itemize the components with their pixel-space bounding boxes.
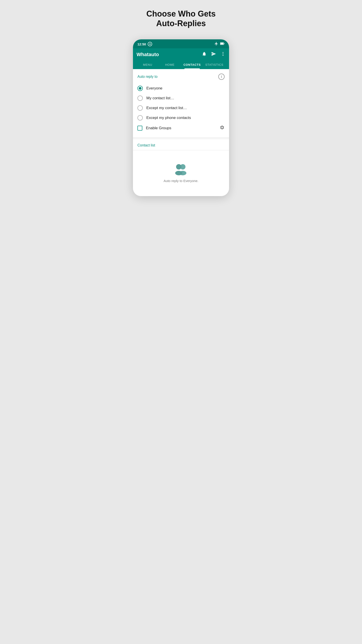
svg-point-5: [223, 55, 223, 56]
tab-statistics[interactable]: STATISTICS: [203, 61, 226, 69]
checkbox-left: Enable Groups: [137, 126, 171, 130]
status-right: [214, 42, 225, 46]
svg-point-4: [223, 54, 223, 54]
tab-menu[interactable]: MENU: [137, 61, 159, 69]
option-everyone-label: Everyone: [146, 86, 162, 90]
airplane-icon: [214, 42, 218, 46]
tab-contacts[interactable]: CONTACTS: [181, 61, 203, 69]
checkbox-enable-groups[interactable]: [137, 126, 142, 130]
card-header: Auto reply to i: [137, 74, 225, 80]
status-bar: 12:50 A: [133, 39, 229, 48]
app-title: Whatauto: [137, 52, 159, 58]
option-everyone[interactable]: Everyone: [137, 84, 225, 93]
send-icon[interactable]: [211, 52, 216, 58]
contact-list-title: Contact list: [137, 143, 225, 147]
radio-everyone[interactable]: [137, 86, 143, 91]
contact-list-card: Contact list Auto reply to Everyone.: [133, 139, 229, 196]
auto-reply-card: Auto reply to i Everyone My contact list…: [133, 69, 229, 137]
option-except-phone-contacts-label: Except my phone contacts: [146, 116, 191, 120]
tab-home[interactable]: HOME: [159, 61, 181, 69]
page-wrapper: Choose Who Gets Auto-Replies 12:50 A: [123, 9, 239, 196]
more-options-icon[interactable]: [221, 52, 225, 58]
svg-point-9: [175, 171, 182, 175]
radio-except-phone-contacts[interactable]: [137, 115, 143, 120]
page-headline: Choose Who Gets Auto-Replies: [146, 9, 216, 28]
status-a-icon: A: [148, 42, 152, 46]
tabs: MENU HOME CONTACTS STATISTICS: [137, 61, 225, 69]
option-my-contact-list[interactable]: My contact list…: [137, 93, 225, 103]
app-bar-icons: [202, 52, 225, 58]
option-enable-groups[interactable]: Enable Groups: [137, 123, 225, 134]
option-except-contact-list-label: Except my contact list…: [146, 106, 187, 110]
battery-icon: [220, 42, 225, 46]
phone-frame: 12:50 A: [133, 39, 229, 196]
svg-rect-1: [220, 43, 223, 45]
radio-except-contact-list[interactable]: [137, 105, 143, 111]
info-icon[interactable]: i: [218, 74, 225, 80]
radio-my-contact-list[interactable]: [137, 96, 143, 101]
svg-point-3: [223, 52, 223, 53]
notification-icon[interactable]: [202, 52, 207, 58]
content-area: Auto reply to i Everyone My contact list…: [133, 69, 229, 196]
app-bar: Whatauto: [133, 48, 229, 69]
option-except-contact-list[interactable]: Except my contact list…: [137, 103, 225, 113]
empty-state-text: Auto reply to Everyone.: [164, 179, 198, 183]
empty-state: Auto reply to Everyone.: [137, 150, 225, 196]
gear-icon[interactable]: [220, 125, 225, 131]
status-left: 12:50 A: [137, 42, 152, 46]
status-time: 12:50: [137, 42, 146, 46]
app-bar-top: Whatauto: [137, 52, 225, 61]
checkbox-enable-groups-label: Enable Groups: [146, 126, 171, 130]
svg-point-8: [176, 164, 181, 170]
option-my-contact-list-label: My contact list…: [146, 96, 174, 100]
svg-rect-2: [224, 43, 224, 44]
option-except-phone-contacts[interactable]: Except my phone contacts: [137, 113, 225, 123]
people-icon: [173, 164, 189, 175]
auto-reply-title: Auto reply to: [137, 75, 158, 79]
